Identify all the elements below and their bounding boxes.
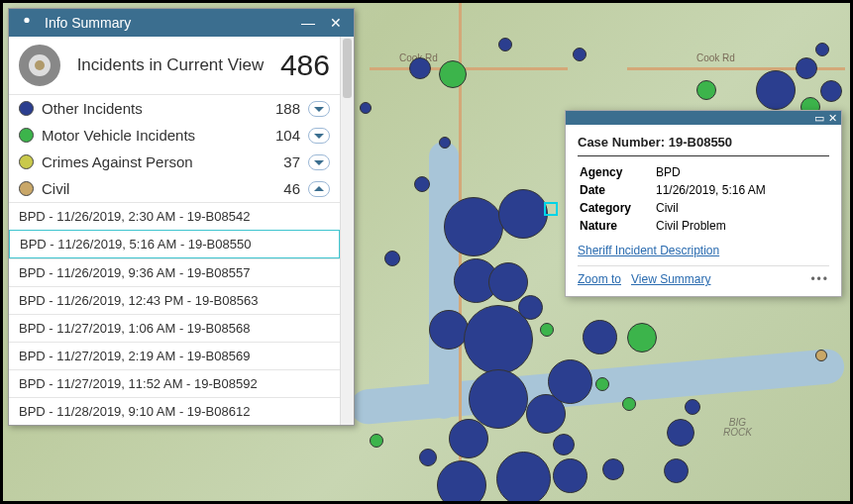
popup-header[interactable]: ▭ ✕ — [566, 111, 841, 125]
category-swatch — [19, 181, 34, 196]
category-count: 188 — [261, 100, 300, 117]
incident-row[interactable]: BPD - 11/26/2019, 2:30 AM - 19-B08542 — [9, 202, 340, 230]
category-row[interactable]: Motor Vehicle Incidents104 — [9, 122, 340, 149]
zoom-to-link[interactable]: Zoom to — [578, 272, 621, 286]
popup-title: Case Number: 19-B08550 — [578, 135, 829, 156]
incident-row[interactable]: BPD - 11/26/2019, 5:16 AM - 19-B08550 — [9, 230, 340, 258]
chevron-down-icon[interactable] — [308, 128, 330, 144]
minimize-icon[interactable]: — — [298, 13, 318, 33]
category-label: Other Incidents — [42, 100, 253, 117]
category-count: 37 — [261, 153, 300, 170]
map-label-bigrock: BIGROCK — [723, 418, 752, 438]
more-actions-icon[interactable]: ••• — [810, 272, 829, 286]
category-row[interactable]: Civil46 — [9, 175, 340, 202]
summary-title: Incidents in Current View — [60, 55, 280, 75]
category-label: Motor Vehicle Incidents — [42, 127, 253, 144]
attribute-row: Date11/26/2019, 5:16 AM — [580, 182, 827, 198]
category-swatch — [19, 101, 34, 116]
chevron-up-icon[interactable] — [308, 181, 330, 197]
close-icon[interactable]: ✕ — [326, 13, 346, 33]
attr-value: Civil — [656, 200, 827, 216]
incident-row[interactable]: BPD - 11/27/2019, 11:52 AM - 19-B08592 — [9, 369, 340, 397]
incident-row[interactable]: BPD - 11/26/2019, 12:43 PM - 19-B08563 — [9, 286, 340, 314]
scroll-thumb[interactable] — [343, 39, 352, 98]
popup-attributes: AgencyBPDDate11/26/2019, 5:16 AMCategory… — [578, 162, 829, 236]
road-label: Cook Rd — [696, 52, 735, 63]
pin-icon — [17, 13, 37, 33]
attr-value: 11/26/2019, 5:16 AM — [656, 182, 827, 198]
summary-count: 486 — [280, 49, 330, 82]
attr-key: Nature — [580, 218, 654, 234]
close-icon[interactable]: ✕ — [828, 113, 837, 124]
category-row[interactable]: Crimes Against Person37 — [9, 149, 340, 175]
selected-feature-highlight — [544, 202, 558, 216]
scrollbar[interactable] — [340, 37, 354, 425]
category-count: 46 — [261, 180, 300, 197]
sheriff-description-link[interactable]: Sheriff Incident Description — [578, 244, 719, 257]
attribute-row: CategoryCivil — [580, 200, 827, 216]
attr-value: Civil Problem — [656, 218, 827, 234]
feature-popup: ▭ ✕ Case Number: 19-B08550 AgencyBPDDate… — [565, 110, 842, 297]
category-swatch — [19, 154, 34, 169]
attribute-row: AgencyBPD — [580, 164, 827, 180]
incident-row[interactable]: BPD - 11/26/2019, 9:36 AM - 19-B08557 — [9, 258, 340, 286]
attr-key: Agency — [580, 164, 654, 180]
panel-title: Info Summary — [45, 15, 131, 31]
attr-value: BPD — [656, 164, 827, 180]
category-row[interactable]: Other Incidents188 — [9, 95, 340, 122]
maximize-icon[interactable]: ▭ — [814, 113, 824, 124]
category-swatch — [19, 128, 34, 143]
view-summary-link[interactable]: View Summary — [631, 272, 710, 286]
incident-row[interactable]: BPD - 11/27/2019, 2:19 AM - 19-B08569 — [9, 342, 340, 369]
category-label: Crimes Against Person — [42, 153, 253, 170]
info-summary-panel: Info Summary — ✕ Incidents in Current Vi… — [8, 8, 355, 426]
attribute-row: NatureCivil Problem — [580, 218, 827, 234]
incident-row[interactable]: BPD - 11/27/2019, 1:06 AM - 19-B08568 — [9, 314, 340, 342]
category-count: 104 — [261, 127, 300, 144]
panel-header[interactable]: Info Summary — ✕ — [9, 9, 354, 37]
attr-key: Date — [580, 182, 654, 198]
incident-row[interactable]: BPD - 11/28/2019, 9:10 AM - 19-B08612 — [9, 397, 340, 425]
category-label: Civil — [42, 180, 253, 197]
attr-key: Category — [580, 200, 654, 216]
svg-point-0 — [24, 18, 29, 23]
chevron-down-icon[interactable] — [308, 154, 330, 170]
chevron-down-icon[interactable] — [308, 101, 330, 117]
summary-symbol — [19, 45, 60, 86]
